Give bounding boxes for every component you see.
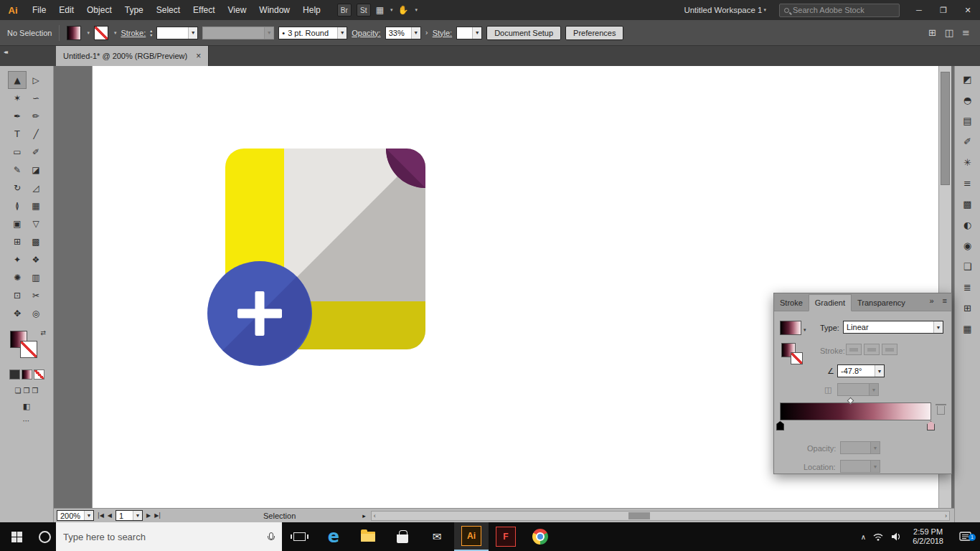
preferences-button[interactable]: Preferences xyxy=(565,26,623,40)
expand-panel-icon[interactable]: » xyxy=(929,296,933,305)
gradient-stop-right[interactable] xyxy=(927,421,935,430)
tool-mesh[interactable]: ⊞ xyxy=(8,232,27,250)
volume-icon[interactable] xyxy=(890,532,902,541)
tool-shaper[interactable]: ✎ xyxy=(8,161,27,179)
tool-symbol-sprayer[interactable]: ✺ xyxy=(8,268,27,286)
chrome-app[interactable] xyxy=(523,522,557,551)
tool-slice[interactable]: ✂ xyxy=(27,286,45,304)
file-explorer-app[interactable] xyxy=(351,522,385,551)
stroke-across-button[interactable] xyxy=(882,344,897,355)
panel-icon-appearance[interactable]: ◉ xyxy=(963,241,971,251)
panel-icon-brushes[interactable]: ✐ xyxy=(963,137,971,147)
gradient-stop-left[interactable] xyxy=(776,421,784,430)
tool-zoom[interactable]: ◎ xyxy=(27,304,45,322)
panel-icon-graphic-styles[interactable]: ❑ xyxy=(963,262,972,272)
collapse-panels-icon[interactable]: ◂◂ xyxy=(4,49,6,55)
stroke-weight-combo[interactable]: ▼ xyxy=(156,27,198,39)
tool-magic-wand[interactable]: ✶ xyxy=(8,89,27,107)
tool-artboard[interactable]: ⊡ xyxy=(8,286,27,304)
opacity-flyout-arrow[interactable]: › xyxy=(425,29,428,37)
tool-selection[interactable]: ▲ xyxy=(8,71,27,89)
adobe-stock-search[interactable] xyxy=(779,4,900,17)
previous-artboard-button[interactable]: ◀ xyxy=(108,512,112,519)
controlbar-icon-dock-panels[interactable]: ◫ xyxy=(945,27,953,38)
scroll-left-arrow[interactable]: ‹ xyxy=(374,512,376,519)
controlbar-icon-workspace-grid[interactable]: ⊞ xyxy=(928,27,936,38)
close-icon[interactable]: × xyxy=(196,52,201,60)
menu-edit[interactable]: Edit xyxy=(52,0,80,20)
artwork-logo[interactable] xyxy=(207,149,425,368)
chevron-down-icon[interactable]: ▼ xyxy=(933,321,943,333)
cortana-button[interactable] xyxy=(33,522,56,551)
bridge-button[interactable]: Br xyxy=(337,4,352,17)
vertical-scrollbar-thumb[interactable] xyxy=(941,72,950,185)
tool-scale[interactable]: ◿ xyxy=(27,179,45,197)
chevron-down-icon[interactable]: ▼ xyxy=(188,27,197,39)
menu-type[interactable]: Type xyxy=(118,0,150,20)
tool-rectangle[interactable]: ▭ xyxy=(8,143,27,161)
tab-transparency[interactable]: Transparency xyxy=(852,295,911,311)
stroke-color-swatch[interactable] xyxy=(94,26,108,40)
task-view-button[interactable] xyxy=(282,522,316,551)
chevron-down-icon[interactable]: ▾ xyxy=(87,30,90,36)
menu-window[interactable]: Window xyxy=(253,0,296,20)
stock-search-input[interactable] xyxy=(793,6,895,14)
style-panel-link[interactable]: Style: xyxy=(433,29,453,37)
tool-rotate[interactable]: ↻ xyxy=(8,179,27,197)
opacity-combo[interactable]: 33%▼ xyxy=(385,27,421,39)
tool-pen[interactable]: ✒ xyxy=(8,107,27,125)
panel-icon-stroke[interactable]: ≡ xyxy=(963,179,971,189)
tool-free-transform[interactable]: ▦ xyxy=(27,197,45,215)
start-button[interactable] xyxy=(0,522,33,551)
panel-icon-color-guide[interactable]: ◓ xyxy=(963,95,971,105)
menu-object[interactable]: Object xyxy=(80,0,118,20)
tool-shape-builder[interactable]: ▣ xyxy=(8,215,27,232)
panel-icon-color[interactable]: ◩ xyxy=(963,75,971,85)
controlbar-icon-panel-menu[interactable]: ≡ xyxy=(962,27,970,38)
tool-eyedropper[interactable]: ✦ xyxy=(8,250,27,268)
stroke-within-button[interactable] xyxy=(846,344,862,355)
wifi-icon[interactable] xyxy=(872,532,884,541)
chevron-down-icon[interactable]: ▼ xyxy=(133,511,142,520)
opacity-panel-link[interactable]: Opacity: xyxy=(352,29,380,37)
tool-lasso[interactable]: ∽ xyxy=(27,89,45,107)
document-setup-button[interactable]: Document Setup xyxy=(486,26,561,40)
panel-icon-swatches[interactable]: ▤ xyxy=(963,116,971,126)
draw-mode-draw-normal[interactable]: ❏ xyxy=(15,387,22,395)
panel-icon-artboards[interactable]: ⊞ xyxy=(963,303,971,314)
touch-workspace-icon[interactable]: ✋ xyxy=(398,5,409,15)
tool-curvature[interactable]: ✏ xyxy=(27,107,45,125)
chevron-down-icon[interactable]: ▼ xyxy=(337,27,347,39)
last-artboard-button[interactable]: ▶| xyxy=(154,512,161,519)
restore-button[interactable]: ❐ xyxy=(931,0,956,20)
tool-eraser[interactable]: ◪ xyxy=(27,161,45,179)
tool-width[interactable]: ≬ xyxy=(8,197,27,215)
tool-type[interactable]: T xyxy=(8,125,27,143)
chevron-down-icon[interactable]: ▼ xyxy=(472,27,481,39)
fill-color-swatch[interactable] xyxy=(67,26,81,40)
first-artboard-button[interactable]: |◀ xyxy=(98,512,104,519)
taskbar-search-input[interactable] xyxy=(63,532,262,542)
chevron-down-icon[interactable]: ▾ xyxy=(804,327,806,333)
taskbar-search-box[interactable] xyxy=(56,522,282,551)
swap-fill-stroke-icon[interactable]: ⇄ xyxy=(40,329,46,336)
chevron-down-icon[interactable]: ▼ xyxy=(411,27,420,39)
gradient-swatch[interactable] xyxy=(780,321,801,335)
panel-icon-symbols[interactable]: ✳ xyxy=(963,158,971,168)
menu-view[interactable]: View xyxy=(222,0,253,20)
taskbar-clock[interactable]: 2:59 PM 6/2/2018 xyxy=(908,527,948,546)
edit-toolbar-icon[interactable]: ⋯ xyxy=(0,417,53,425)
screen-mode-icon[interactable]: ◧ xyxy=(0,402,53,411)
stroke-weight-stepper[interactable]: ▴▾ xyxy=(150,29,152,37)
graphic-style-combo[interactable]: ▼ xyxy=(456,27,482,39)
tool-line-segment[interactable]: ╱ xyxy=(27,125,45,143)
draw-mode-draw-inside[interactable]: ❒ xyxy=(32,387,38,395)
chevron-down-icon[interactable]: ▾ xyxy=(390,7,393,13)
tab-stroke[interactable]: Stroke xyxy=(774,295,809,311)
chevron-down-icon[interactable]: ▾ xyxy=(415,7,418,13)
menu-file[interactable]: File xyxy=(26,0,52,20)
stroke-panel-link[interactable]: Stroke: xyxy=(121,29,146,37)
horizontal-scrollbar-thumb[interactable] xyxy=(628,512,650,519)
gradient-stroke-proxy[interactable] xyxy=(791,352,803,364)
panel-icon-transparency[interactable]: ◐ xyxy=(963,220,971,230)
